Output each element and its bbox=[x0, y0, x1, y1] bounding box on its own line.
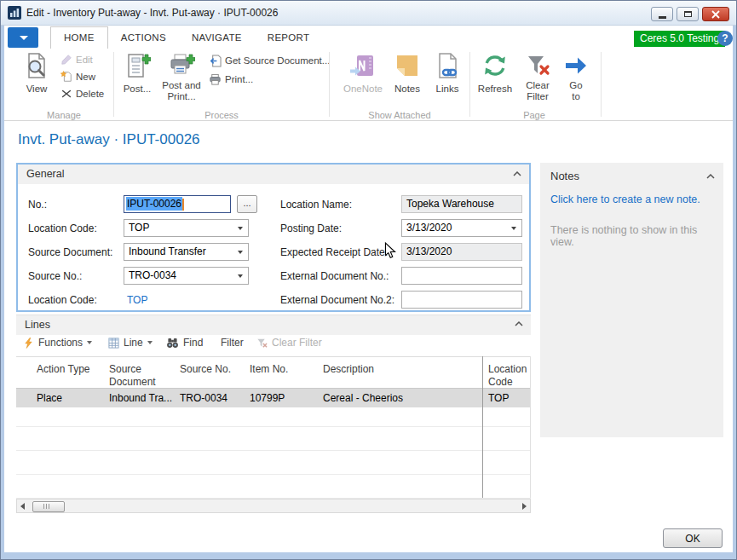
ok-button[interactable]: OK bbox=[663, 528, 723, 548]
posting-date-value: 3/13/2020 bbox=[406, 222, 452, 234]
scrollbar-thumb[interactable] bbox=[32, 501, 65, 512]
post-and-print-label: Post and Print... bbox=[159, 80, 204, 102]
grid-line bbox=[16, 474, 531, 475]
chevron-up-icon[interactable] bbox=[706, 174, 715, 179]
functions-menu-button[interactable]: Functions bbox=[23, 337, 92, 349]
tab-report[interactable]: REPORT bbox=[255, 26, 323, 49]
window-border-bottom bbox=[1, 552, 736, 559]
location-code-field[interactable]: TOP bbox=[124, 219, 249, 237]
go-to-button[interactable]: Go to bbox=[560, 49, 592, 113]
notes-caption: Notes bbox=[550, 170, 579, 182]
horizontal-scrollbar[interactable] bbox=[16, 499, 531, 513]
maximize-button[interactable] bbox=[677, 7, 699, 21]
print-label: Print... bbox=[225, 74, 253, 84]
table-right-edge bbox=[530, 356, 531, 498]
app-window-icon bbox=[8, 6, 21, 20]
column-header-location-code[interactable]: Location Code bbox=[488, 363, 531, 389]
group-label-show-attached: Show Attached bbox=[330, 110, 469, 120]
filter-button[interactable]: Filter bbox=[221, 337, 244, 349]
source-document-label: Source Document: bbox=[28, 246, 112, 258]
view-label: View bbox=[26, 84, 48, 95]
help-icon[interactable]: ? bbox=[717, 31, 733, 46]
window-title: Edit - Inventory Put-away - Invt. Put-aw… bbox=[26, 7, 278, 19]
create-note-link[interactable]: Click here to create a new note. bbox=[550, 193, 700, 205]
source-no-value: TRO-0034 bbox=[129, 269, 176, 281]
posting-date-label: Posting Date: bbox=[280, 222, 342, 234]
no-field[interactable]: IPUT-00026 bbox=[124, 195, 231, 213]
clear-filter-toolbar-button[interactable]: Clear Filter bbox=[256, 337, 322, 349]
source-no-field[interactable]: TRO-0034 bbox=[124, 267, 249, 285]
grid-line bbox=[16, 426, 531, 427]
clear-filter-icon bbox=[524, 52, 551, 79]
edit-label: Edit bbox=[76, 55, 93, 65]
table-row[interactable]: Place Inbound Tra... TRO-0034 10799P Cer… bbox=[16, 389, 531, 407]
column-header-item-no[interactable]: Item No. bbox=[250, 363, 301, 376]
window-border-right bbox=[733, 26, 736, 559]
posting-date-field[interactable]: 3/13/2020 bbox=[401, 219, 522, 237]
get-source-document-button[interactable]: Get Source Document... bbox=[209, 53, 330, 68]
general-fasttab-header[interactable]: General bbox=[18, 165, 529, 184]
title-bar: Edit - Inventory Put-away - Invt. Put-aw… bbox=[1, 1, 736, 26]
line-menu-button[interactable]: Line bbox=[108, 337, 153, 349]
cell-source-document: Inbound Tra... bbox=[109, 392, 172, 404]
notes-button[interactable]: Notes bbox=[388, 49, 427, 113]
new-button[interactable]: New bbox=[60, 69, 95, 84]
chevron-down-icon bbox=[238, 227, 243, 230]
column-header-source-document[interactable]: Source Document bbox=[109, 363, 169, 389]
column-header-description[interactable]: Description bbox=[323, 363, 425, 376]
location-code-link[interactable]: TOP bbox=[127, 294, 147, 306]
column-header-source-no[interactable]: Source No. bbox=[180, 363, 239, 376]
post-and-print-button[interactable]: Post and Print... bbox=[158, 49, 205, 113]
chevron-down-icon bbox=[20, 36, 28, 40]
chevron-down-icon bbox=[238, 274, 243, 278]
refresh-button[interactable]: Refresh bbox=[473, 49, 517, 113]
column-header-action-type[interactable]: Action Type bbox=[37, 363, 105, 376]
expected-receipt-date-field: 3/13/2020 bbox=[401, 243, 522, 261]
ribbon: View Edit New Delete Manage bbox=[4, 49, 733, 121]
post-button[interactable]: Post... bbox=[118, 49, 156, 113]
chevron-up-icon[interactable] bbox=[515, 321, 523, 326]
chevron-down-icon bbox=[238, 251, 243, 254]
expected-receipt-date-label: Expected Receipt Date: bbox=[280, 246, 388, 258]
scroll-right-arrow-icon[interactable] bbox=[522, 503, 527, 510]
frozen-column-divider[interactable] bbox=[482, 356, 483, 498]
close-button[interactable] bbox=[702, 7, 729, 21]
location-code-link-label: Location Code: bbox=[28, 294, 97, 306]
grid-line bbox=[16, 450, 531, 451]
ribbon-separator bbox=[113, 52, 114, 117]
no-assist-button[interactable]: ... bbox=[237, 195, 257, 213]
application-menu-button[interactable] bbox=[8, 27, 38, 48]
minimize-icon bbox=[659, 16, 666, 19]
print-button[interactable]: Print... bbox=[209, 72, 253, 87]
tab-navigate[interactable]: NAVIGATE bbox=[179, 26, 255, 49]
tab-home[interactable]: HOME bbox=[50, 26, 108, 49]
maximize-icon bbox=[684, 11, 692, 17]
cell-description: Cereal - Cheerios bbox=[323, 392, 403, 404]
links-icon bbox=[434, 52, 461, 79]
view-button[interactable]: View bbox=[18, 49, 55, 113]
scroll-left-arrow-icon[interactable] bbox=[20, 503, 25, 510]
onenote-button[interactable]: OneNote bbox=[340, 49, 386, 113]
general-caption: General bbox=[26, 168, 64, 180]
binoculars-icon bbox=[166, 338, 179, 349]
clear-filter-icon bbox=[256, 338, 268, 349]
chevron-down-icon bbox=[87, 341, 92, 344]
external-document-no2-label: External Document No.2: bbox=[280, 294, 394, 306]
line-label: Line bbox=[124, 337, 143, 349]
external-document-no2-field[interactable] bbox=[401, 291, 522, 309]
get-source-document-icon bbox=[209, 55, 222, 67]
minimize-button[interactable] bbox=[651, 7, 673, 21]
delete-button[interactable]: Delete bbox=[60, 86, 104, 101]
links-button[interactable]: Links bbox=[429, 49, 466, 113]
lines-fasttab-header[interactable]: Lines bbox=[16, 315, 531, 335]
find-label: Find bbox=[183, 337, 203, 349]
tab-actions[interactable]: ACTIONS bbox=[108, 26, 179, 49]
find-button[interactable]: Find bbox=[166, 337, 203, 349]
close-icon bbox=[711, 10, 720, 19]
chevron-up-icon[interactable] bbox=[513, 171, 521, 176]
external-document-no-field[interactable] bbox=[401, 267, 522, 285]
edit-button[interactable]: Edit bbox=[60, 52, 93, 67]
clear-filter-button[interactable]: Clear Filter bbox=[519, 49, 556, 113]
new-icon bbox=[60, 71, 72, 83]
source-document-field[interactable]: Inbound Transfer bbox=[124, 243, 249, 261]
